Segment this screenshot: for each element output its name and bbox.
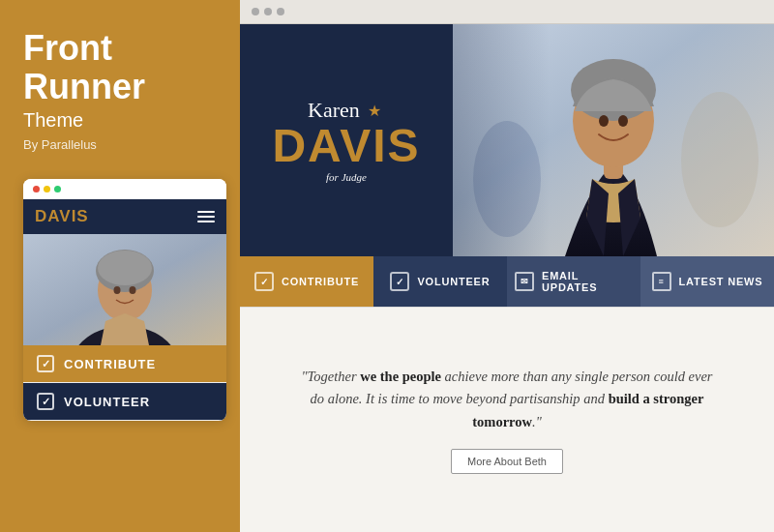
volunteer-icon: ✓	[390, 272, 409, 291]
theme-author: By Parallelus	[23, 137, 217, 152]
mobile-nav-logo: DAVIS	[35, 207, 89, 226]
browser-dot-3	[277, 8, 284, 15]
hero-section: Karen ★ DAVIS for Judge	[240, 24, 774, 256]
quote-text: "Together we the people achieve more tha…	[298, 366, 716, 433]
action-bar: ✓ CONTRIBUTE ✓ VOLUNTEER ✉ EMAIL UPDATES…	[240, 256, 774, 308]
mobile-dot-yellow	[44, 186, 50, 192]
email-icon: ✉	[515, 272, 534, 291]
svg-point-5	[98, 251, 152, 285]
news-tab[interactable]: ≡ LATEST NEWS	[640, 256, 774, 307]
mobile-nav-menu-icon[interactable]	[197, 211, 215, 222]
mobile-mockup: DAVIS	[23, 179, 226, 421]
quote-section: "Together we the people achieve more tha…	[240, 308, 774, 532]
mobile-contribute-label: CONTRIBUTE	[64, 357, 156, 371]
candidate-role: for Judge	[272, 171, 420, 183]
mobile-top-bar	[23, 179, 226, 199]
contribute-tab[interactable]: ✓ CONTRIBUTE	[240, 256, 373, 307]
hero-left-panel: Karen ★ DAVIS for Judge	[240, 24, 453, 256]
candidate-last-name: DAVIS	[272, 123, 420, 169]
quote-bold1: we the people	[360, 369, 441, 384]
mobile-contribute-item[interactable]: CONTRIBUTE	[23, 345, 226, 383]
mobile-dot-red	[33, 186, 40, 192]
news-icon: ≡	[652, 272, 671, 291]
hero-photo-overlay	[453, 24, 774, 256]
volunteer-tab[interactable]: ✓ VOLUNTEER	[373, 256, 507, 307]
more-about-button[interactable]: More About Beth	[451, 449, 563, 474]
mobile-dot-green	[54, 186, 61, 192]
news-tab-label: LATEST NEWS	[679, 276, 763, 287]
quote-suffix: ."	[532, 414, 542, 429]
hero-photo	[453, 24, 774, 256]
main-content: Karen ★ DAVIS for Judge	[240, 0, 774, 532]
contribute-icon: ✓	[254, 272, 274, 291]
theme-title: Front Runner	[23, 29, 217, 105]
contribute-tab-label: CONTRIBUTE	[282, 276, 359, 287]
campaign-site: Karen ★ DAVIS for Judge	[240, 24, 774, 532]
candidate-name-block: Karen ★ DAVIS for Judge	[253, 78, 439, 202]
svg-point-6	[114, 286, 121, 294]
browser-chrome	[240, 0, 774, 24]
mobile-hero-image	[23, 234, 226, 345]
volunteer-tab-label: VOLUNTEER	[417, 276, 490, 287]
quote-prefix: "Together	[301, 369, 360, 384]
theme-subtitle: Theme	[23, 109, 217, 132]
sidebar: Front Runner Theme By Parallelus DAVIS	[0, 0, 240, 532]
svg-point-7	[130, 286, 136, 294]
email-tab[interactable]: ✉ EMAIL UPDATES	[507, 256, 640, 307]
mobile-volunteer-item[interactable]: VOLUNTEER	[23, 383, 226, 421]
mobile-volunteer-label: VOLUNTEER	[64, 395, 150, 409]
mobile-contribute-icon	[37, 355, 54, 372]
star-icon: ★	[368, 102, 381, 120]
browser-dot-1	[252, 8, 259, 15]
mobile-nav: DAVIS	[23, 199, 226, 234]
browser-dot-2	[264, 8, 272, 15]
email-tab-label: EMAIL UPDATES	[542, 270, 633, 293]
mobile-volunteer-icon	[37, 393, 54, 410]
